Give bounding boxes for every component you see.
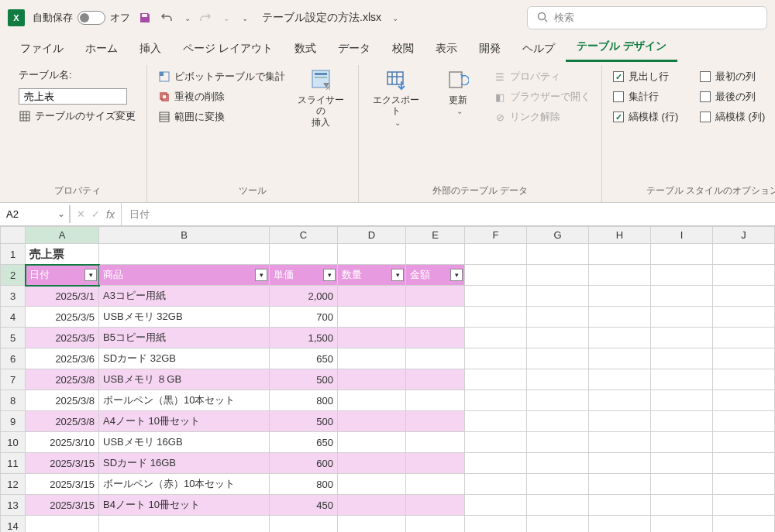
cell-H10[interactable] bbox=[589, 432, 651, 453]
cell-B7[interactable]: USBメモリ ８GB bbox=[99, 369, 270, 390]
column-header-I[interactable]: I bbox=[651, 227, 713, 244]
cell-H13[interactable] bbox=[589, 495, 651, 516]
qat-customize-icon[interactable]: ⌄ bbox=[242, 14, 248, 22]
insert-slicer-button[interactable]: スライサーの 挿入 bbox=[294, 68, 347, 128]
column-header-C[interactable]: C bbox=[270, 227, 338, 244]
cell-C6[interactable]: 650 bbox=[270, 348, 338, 369]
cell-D13[interactable] bbox=[338, 495, 406, 516]
cell-A10[interactable]: 2025/3/10 bbox=[26, 432, 99, 453]
cell-G13[interactable] bbox=[527, 495, 589, 516]
cell-I11[interactable] bbox=[651, 453, 713, 474]
cell-F5[interactable] bbox=[465, 328, 527, 348]
cell-A6[interactable]: 2025/3/6 bbox=[26, 348, 99, 369]
cell-F10[interactable] bbox=[465, 432, 527, 453]
column-header-D[interactable]: D bbox=[338, 227, 406, 244]
cell-J13[interactable] bbox=[713, 495, 775, 516]
cell-G4[interactable] bbox=[527, 307, 589, 328]
filter-dropdown-icon[interactable]: ▾ bbox=[323, 269, 336, 281]
cell-C9[interactable]: 500 bbox=[270, 411, 338, 432]
search-box[interactable]: 検索 bbox=[527, 6, 767, 29]
cell-C5[interactable]: 1,500 bbox=[270, 328, 338, 348]
cell-H12[interactable] bbox=[589, 474, 651, 495]
cell-I1[interactable] bbox=[651, 244, 713, 265]
cell-I9[interactable] bbox=[651, 411, 713, 432]
last-col-checkbox[interactable]: 最後の列 bbox=[700, 88, 775, 105]
cell-G9[interactable] bbox=[527, 411, 589, 432]
filename-dropdown-icon[interactable]: ⌄ bbox=[392, 14, 398, 22]
cell-H4[interactable] bbox=[589, 307, 651, 328]
row-header-3[interactable]: 3 bbox=[1, 286, 26, 307]
tab-review[interactable]: 校閲 bbox=[381, 37, 425, 62]
cell-B13[interactable]: B4ノート 10冊セット bbox=[99, 495, 270, 516]
cell-G14[interactable] bbox=[527, 516, 589, 533]
table-name-input[interactable] bbox=[19, 88, 127, 105]
undo-icon[interactable] bbox=[160, 11, 174, 25]
fx-icon[interactable]: fx bbox=[106, 208, 115, 221]
cell-F7[interactable] bbox=[465, 369, 527, 390]
tab-data[interactable]: データ bbox=[327, 37, 381, 62]
row-header-6[interactable]: 6 bbox=[1, 348, 26, 369]
cell-E6[interactable] bbox=[406, 348, 465, 369]
cell-C8[interactable]: 800 bbox=[270, 390, 338, 411]
row-header-5[interactable]: 5 bbox=[1, 328, 26, 348]
cell-E12[interactable] bbox=[406, 474, 465, 495]
cell-D2[interactable]: 数量▾ bbox=[338, 265, 406, 286]
autosave-toggle[interactable]: 自動保存 オフ bbox=[33, 11, 130, 25]
filter-dropdown-icon[interactable]: ▾ bbox=[255, 269, 267, 281]
cell-A5[interactable]: 2025/3/5 bbox=[26, 328, 99, 348]
cell-I4[interactable] bbox=[651, 307, 713, 328]
cell-E1[interactable] bbox=[406, 244, 465, 265]
cell-G3[interactable] bbox=[527, 286, 589, 307]
cell-A4[interactable]: 2025/3/5 bbox=[26, 307, 99, 328]
filename-label[interactable]: テーブル設定の方法.xlsx bbox=[262, 11, 381, 25]
cell-B3[interactable]: A3コピー用紙 bbox=[99, 286, 270, 307]
cell-F6[interactable] bbox=[465, 348, 527, 369]
row-header-14[interactable]: 14 bbox=[1, 516, 26, 533]
cell-J7[interactable] bbox=[713, 369, 775, 390]
column-header-J[interactable]: J bbox=[713, 227, 775, 244]
cell-C12[interactable]: 800 bbox=[270, 474, 338, 495]
cell-B8[interactable]: ボールペン（黒）10本セット bbox=[99, 390, 270, 411]
row-header-13[interactable]: 13 bbox=[1, 495, 26, 516]
cell-I12[interactable] bbox=[651, 474, 713, 495]
cell-A9[interactable]: 2025/3/8 bbox=[26, 411, 99, 432]
cell-H2[interactable] bbox=[589, 265, 651, 286]
cell-H11[interactable] bbox=[589, 453, 651, 474]
cell-B14[interactable] bbox=[99, 516, 270, 533]
filter-dropdown-icon[interactable]: ▾ bbox=[84, 269, 97, 281]
cell-E3[interactable] bbox=[406, 286, 465, 307]
cell-J4[interactable] bbox=[713, 307, 775, 328]
cell-E14[interactable] bbox=[406, 516, 465, 533]
cell-C13[interactable]: 450 bbox=[270, 495, 338, 516]
column-header-E[interactable]: E bbox=[406, 227, 465, 244]
cell-C11[interactable]: 600 bbox=[270, 453, 338, 474]
cell-I3[interactable] bbox=[651, 286, 713, 307]
pivot-summarize-button[interactable]: ピボットテーブルで集計 bbox=[158, 68, 285, 85]
cell-D4[interactable] bbox=[338, 307, 406, 328]
cell-E4[interactable] bbox=[406, 307, 465, 328]
name-box-wrap[interactable] bbox=[0, 205, 71, 223]
remove-duplicates-button[interactable]: 重複の削除 bbox=[158, 88, 285, 105]
filter-dropdown-icon[interactable]: ▾ bbox=[450, 269, 463, 281]
row-header-12[interactable]: 12 bbox=[1, 474, 26, 495]
cell-E8[interactable] bbox=[406, 390, 465, 411]
cell-B1[interactable] bbox=[99, 244, 270, 265]
header-row-checkbox[interactable]: 見出し行 bbox=[613, 68, 691, 85]
cell-I5[interactable] bbox=[651, 328, 713, 348]
cell-E10[interactable] bbox=[406, 432, 465, 453]
row-header-8[interactable]: 8 bbox=[1, 390, 26, 411]
column-header-F[interactable]: F bbox=[465, 227, 527, 244]
cell-A7[interactable]: 2025/3/8 bbox=[26, 369, 99, 390]
resize-table-button[interactable]: テーブルのサイズ変更 bbox=[19, 108, 136, 125]
redo-dropdown-icon[interactable]: ⌄ bbox=[223, 14, 229, 22]
cell-D10[interactable] bbox=[338, 432, 406, 453]
cell-I7[interactable] bbox=[651, 369, 713, 390]
cancel-icon[interactable]: ✕ bbox=[77, 208, 85, 220]
cell-H6[interactable] bbox=[589, 348, 651, 369]
cell-E9[interactable] bbox=[406, 411, 465, 432]
cell-A14[interactable] bbox=[26, 516, 99, 533]
banded-rows-checkbox[interactable]: 縞模様 (行) bbox=[613, 108, 691, 125]
cell-H14[interactable] bbox=[589, 516, 651, 533]
cell-H8[interactable] bbox=[589, 390, 651, 411]
first-col-checkbox[interactable]: 最初の列 bbox=[700, 68, 775, 85]
